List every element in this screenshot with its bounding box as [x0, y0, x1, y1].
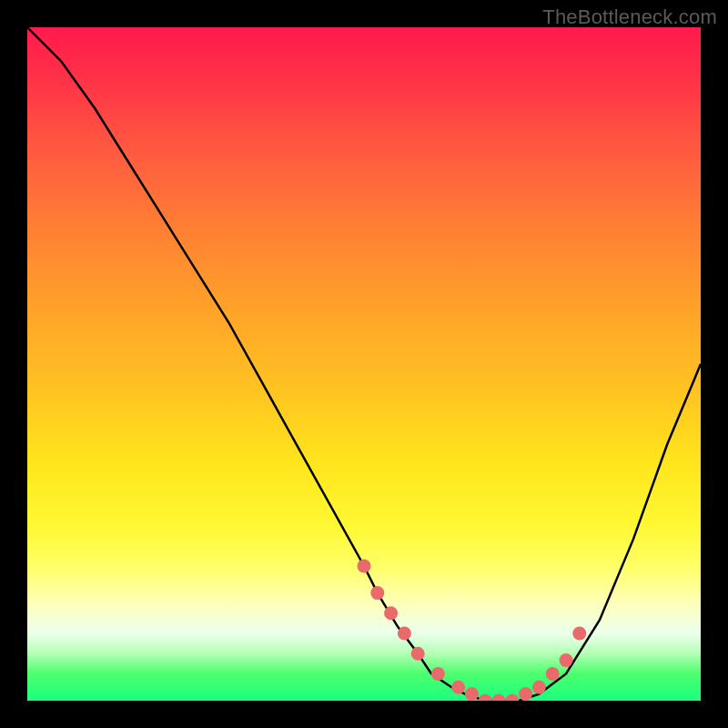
marker-dot — [465, 687, 479, 701]
marker-dot — [572, 627, 586, 641]
watermark-text: TheBottleneck.com — [542, 5, 717, 29]
marker-dot — [560, 653, 573, 667]
marker-dot — [546, 667, 560, 681]
marker-dot — [492, 694, 506, 702]
marker-dot — [384, 606, 398, 620]
marker-dot — [505, 694, 519, 702]
chart-frame: TheBottleneck.com — [0, 0, 728, 728]
marker-dot — [370, 586, 384, 600]
marker-dot — [398, 627, 411, 641]
marker-dot — [411, 647, 425, 661]
marker-dot — [532, 681, 546, 694]
marker-dot — [358, 560, 371, 573]
curve-layer — [27, 27, 701, 701]
plot-area — [27, 27, 701, 701]
marker-dot — [431, 667, 445, 681]
marker-dot — [479, 694, 492, 702]
marker-dot — [519, 687, 532, 701]
bottleneck-curve — [27, 27, 701, 701]
marker-dot — [451, 681, 465, 694]
